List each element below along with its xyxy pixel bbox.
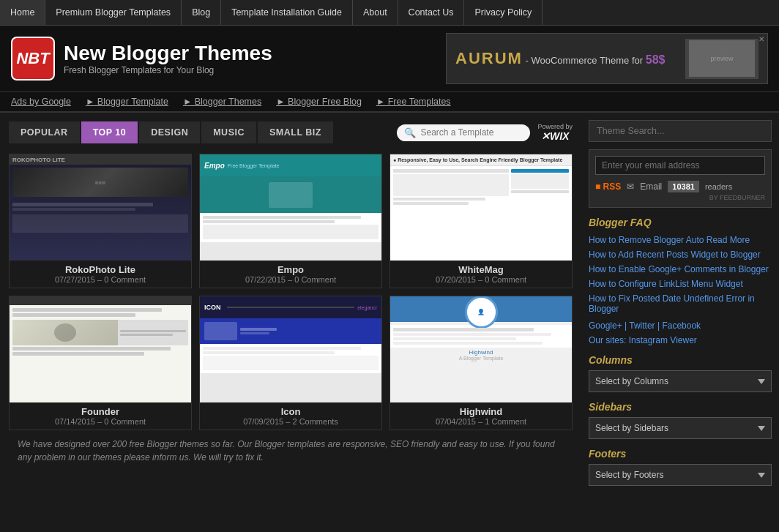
tab-design[interactable]: DESIGN xyxy=(139,121,200,143)
faq-link-2[interactable]: How to Enable Google+ Comments in Blogge… xyxy=(589,262,772,277)
template-thumbnail-highwind: 👤 Highwind A Blogger Template xyxy=(390,296,572,402)
powered-by-label: Powered by xyxy=(537,123,573,130)
facebook-link[interactable]: Facebook xyxy=(662,321,701,331)
template-card-highwind[interactable]: 👤 Highwind A Blogger Template Highwind07… xyxy=(390,296,573,430)
email-label[interactable]: Email xyxy=(640,181,662,192)
columns-select[interactable]: Select by Columns xyxy=(589,370,772,392)
template-grid: ROKOPHOTO LITE ■■■ RokoPhoto Lite07/27/2… xyxy=(9,154,573,430)
faq-links: How to Remove Blogger Auto Read MoreHow … xyxy=(589,233,772,316)
nav-item-home[interactable]: Home xyxy=(0,0,45,25)
tab-music[interactable]: MUSIC xyxy=(201,121,256,143)
nav-item-premium[interactable]: Premium Blogger Templates xyxy=(45,0,182,25)
tab-smallbiz[interactable]: SMALL BIZ xyxy=(258,121,333,143)
tabs-bar: POPULARTOP 10DESIGNMUSICSMALL BIZ 🔍 Powe… xyxy=(9,121,573,143)
site-title: New Blogger Themes xyxy=(64,42,272,65)
template-thumbnail-rokophoto: ROKOPHOTO LITE ■■■ xyxy=(10,154,191,261)
template-card-founder[interactable]: Founder07/14/2015 – 0 Comment xyxy=(9,296,192,430)
footers-title: Footers xyxy=(589,448,772,460)
template-info-rokophoto: RokoPhoto Lite07/27/2015 – 0 Comment xyxy=(10,261,191,288)
template-date-icon: 07/09/2015 – 2 Comments xyxy=(206,417,376,426)
twitter-link[interactable]: Twitter xyxy=(629,321,655,331)
template-card-icon[interactable]: ICON elegancr Icon07/09/2015 – 2 Comment… xyxy=(199,296,382,430)
template-name-empo: Empo xyxy=(206,264,376,275)
ad-content: AURUM - WooCommerce Theme for 58$ xyxy=(455,49,665,68)
template-name-highwind: Highwind xyxy=(396,406,566,417)
wix-logo[interactable]: ✕WIX xyxy=(541,130,569,142)
tab-top10[interactable]: TOP 10 xyxy=(81,121,138,143)
footer-description: We have designed over 200 free Blogger t… xyxy=(9,430,573,471)
sidebar: ■ RSS ✉ Email 10381 readers BY FEEDBURNE… xyxy=(581,113,779,493)
main-layout: POPULARTOP 10DESIGNMUSICSMALL BIZ 🔍 Powe… xyxy=(0,113,779,493)
faq-link-0[interactable]: How to Remove Blogger Auto Read More xyxy=(589,233,772,247)
nav-item-privacy[interactable]: Privacy Policy xyxy=(464,0,543,25)
faq-link-4[interactable]: How to Fix Posted Date Undefined Error i… xyxy=(589,291,772,316)
top-navigation: HomePremium Blogger TemplatesBlogTemplat… xyxy=(0,0,779,26)
template-card-rokophoto[interactable]: ROKOPHOTO LITE ■■■ RokoPhoto Lite07/27/2… xyxy=(9,154,192,288)
theme-search-input[interactable] xyxy=(589,120,772,142)
template-info-founder: Founder07/14/2015 – 0 Comment xyxy=(10,402,191,430)
ad-description: - WooCommerce Theme for xyxy=(526,55,646,66)
ad-price: 58$ xyxy=(646,53,666,66)
template-thumbnail-empo: Empo Free Blogger Template xyxy=(200,154,381,261)
footers-section: Footers Select by Footers xyxy=(589,448,772,486)
faq-link-1[interactable]: How to Add Recent Posts Widget to Blogge… xyxy=(589,247,772,262)
rss-icon[interactable]: ■ RSS xyxy=(595,181,621,192)
template-name-founder: Founder xyxy=(15,406,185,417)
readers-label: readers xyxy=(705,182,732,191)
template-thumbnail-founder xyxy=(10,296,191,402)
template-info-icon: Icon07/09/2015 – 2 Comments xyxy=(200,402,381,430)
wix-badge: Powered by✕WIX xyxy=(537,123,573,142)
template-info-highwind: Highwind07/04/2015 – 1 Comment xyxy=(390,402,572,430)
template-search-box: 🔍 xyxy=(397,124,530,141)
template-card-empo[interactable]: Empo Free Blogger Template Empo07/22/201… xyxy=(199,154,382,288)
sec-nav-item-blogger-template[interactable]: ► Blogger Template xyxy=(86,97,168,107)
ad-close-icon[interactable]: ✕ xyxy=(758,35,764,43)
template-name-rokophoto: RokoPhoto Lite xyxy=(15,264,185,275)
site-logo[interactable]: NBT xyxy=(11,37,55,80)
sec-nav-item-blogger-themes[interactable]: ► Blogger Themes xyxy=(183,97,261,107)
content-area: POPULARTOP 10DESIGNMUSICSMALL BIZ 🔍 Powe… xyxy=(0,113,581,493)
secondary-navigation: Ads by Google► Blogger Template► Blogger… xyxy=(0,91,779,113)
template-date-highwind: 07/04/2015 – 1 Comment xyxy=(396,417,566,426)
email-input[interactable] xyxy=(595,156,765,175)
logo-area: NBT New Blogger Themes Fresh Blogger Tem… xyxy=(11,37,272,80)
ad-image: preview xyxy=(685,39,758,79)
template-info-empo: Empo07/22/2015 – 0 Comment xyxy=(200,261,381,288)
template-card-whitemag[interactable]: ● Responsive, Easy to Use, Search Engine… xyxy=(390,154,573,288)
sec-nav-item-free-templates[interactable]: ► Free Templates xyxy=(376,97,451,107)
template-name-icon: Icon xyxy=(206,406,376,417)
nav-item-about[interactable]: About xyxy=(353,0,398,25)
google-plus-link[interactable]: Google+ xyxy=(589,321,622,331)
advertisement-banner[interactable]: ✕ AURUM - WooCommerce Theme for 58$ prev… xyxy=(446,33,768,84)
sidebars-section: Sidebars Select by Sidebars xyxy=(589,401,772,439)
our-sites: Our sites: Instagram Viewer xyxy=(589,335,772,345)
faq-link-3[interactable]: How to Configure LinkList Menu Widget xyxy=(589,277,772,291)
footers-select[interactable]: Select by Footers xyxy=(589,464,772,486)
search-icon: 🔍 xyxy=(404,127,416,138)
ad-brand: AURUM xyxy=(455,49,523,67)
our-sites-text[interactable]: Our sites: Instagram Viewer xyxy=(589,335,697,345)
template-thumbnail-whitemag: ● Responsive, Easy to Use, Search Engine… xyxy=(390,154,572,261)
social-links: Google+ | Twitter | Facebook xyxy=(589,321,772,331)
nav-item-guide[interactable]: Template Installation Guide xyxy=(221,0,353,25)
template-date-founder: 07/14/2015 – 0 Comment xyxy=(15,417,185,426)
template-name-whitemag: WhiteMag xyxy=(396,264,566,275)
site-title-area: New Blogger Themes Fresh Blogger Templat… xyxy=(64,42,272,75)
sec-nav-item-ads-google[interactable]: Ads by Google xyxy=(11,97,71,107)
template-date-rokophoto: 07/27/2015 – 0 Comment xyxy=(15,275,185,284)
tab-popular[interactable]: POPULAR xyxy=(9,121,80,143)
reader-count: 10381 xyxy=(668,181,699,192)
template-search-input[interactable] xyxy=(420,127,523,138)
template-info-whitemag: WhiteMag07/20/2015 – 0 Comment xyxy=(390,261,572,288)
columns-section: Columns Select by Columns xyxy=(589,354,772,392)
email-icon: ✉ xyxy=(627,181,634,192)
nav-item-blog[interactable]: Blog xyxy=(182,0,221,25)
email-subscribe-widget: ■ RSS ✉ Email 10381 readers BY FEEDBURNE… xyxy=(589,149,772,208)
sec-nav-item-free-blog[interactable]: ► Blogger Free Blog xyxy=(276,97,362,107)
faq-title: Blogger FAQ xyxy=(589,217,772,228)
nav-item-contact[interactable]: Contact Us xyxy=(398,0,465,25)
template-date-whitemag: 07/20/2015 – 0 Comment xyxy=(396,275,566,284)
template-thumbnail-icon: ICON elegancr xyxy=(200,296,381,402)
rss-row: ■ RSS ✉ Email 10381 readers xyxy=(595,181,765,192)
sidebars-select[interactable]: Select by Sidebars xyxy=(589,417,772,439)
